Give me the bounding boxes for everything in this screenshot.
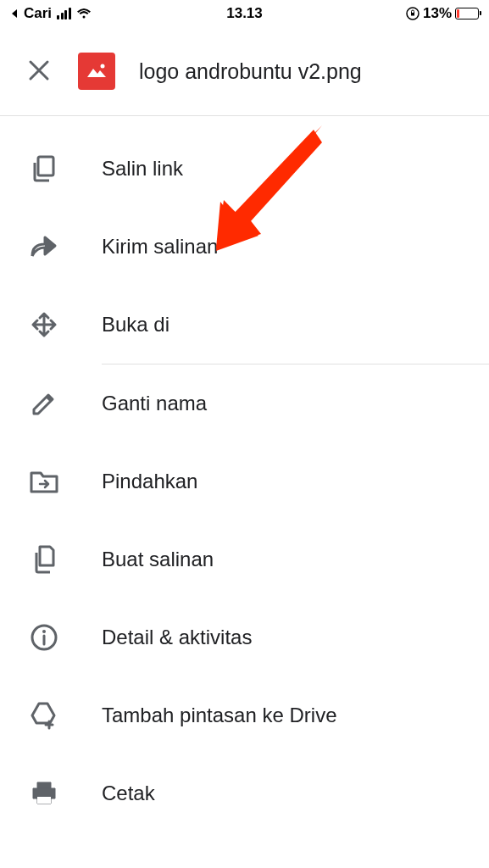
back-chevron-icon <box>10 8 19 19</box>
open-in-icon <box>29 309 59 340</box>
details-label: Detail & aktivitas <box>102 626 252 649</box>
lock-rotation-icon <box>406 7 420 20</box>
menu-list: Salin link Kirim salinan Buka di Ganti n… <box>0 116 489 832</box>
send-copy-label: Kirim salinan <box>102 235 218 259</box>
copy-link-icon <box>29 153 59 184</box>
open-in-label: Buka di <box>102 313 169 337</box>
status-bar: Cari 13.13 13% <box>0 0 489 27</box>
move[interactable]: Pindahkan <box>0 442 489 520</box>
print-icon <box>29 778 59 809</box>
send-copy[interactable]: Kirim salinan <box>0 208 489 286</box>
time-label: 13.13 <box>226 5 263 22</box>
wifi-icon <box>76 8 92 19</box>
header: logo androbuntu v2.png <box>0 27 489 116</box>
close-icon <box>27 58 51 82</box>
add-shortcut-icon <box>29 700 59 731</box>
battery-percent: 13% <box>423 5 452 22</box>
add-shortcut-label: Tambah pintasan ke Drive <box>102 704 336 727</box>
print[interactable]: Cetak <box>0 754 489 832</box>
close-button[interactable] <box>24 55 54 88</box>
svg-rect-1 <box>411 13 414 16</box>
print-label: Cetak <box>102 782 155 805</box>
svg-point-2 <box>101 64 105 69</box>
rename[interactable]: Ganti nama <box>0 364 489 442</box>
svg-point-5 <box>42 630 46 633</box>
add-shortcut[interactable]: Tambah pintasan ke Drive <box>0 676 489 754</box>
status-left: Cari <box>10 5 92 22</box>
open-in[interactable]: Buka di <box>0 286 489 364</box>
copy-link[interactable]: Salin link <box>0 130 489 208</box>
svg-rect-3 <box>38 157 53 175</box>
move-label: Pindahkan <box>102 470 197 493</box>
file-type-icon <box>78 53 115 90</box>
make-copy-icon <box>29 544 59 575</box>
battery-icon <box>455 8 479 19</box>
send-copy-icon <box>29 231 59 262</box>
details[interactable]: Detail & aktivitas <box>0 598 489 676</box>
status-right: 13% <box>406 5 479 22</box>
move-icon <box>29 466 59 497</box>
make-copy-label: Buat salinan <box>102 548 214 571</box>
rename-label: Ganti nama <box>102 392 207 415</box>
carrier-label: Cari <box>24 5 52 22</box>
details-icon <box>29 622 59 653</box>
signal-icon <box>57 8 71 19</box>
svg-rect-6 <box>37 797 51 804</box>
make-copy[interactable]: Buat salinan <box>0 520 489 598</box>
rename-icon <box>29 388 59 419</box>
copy-link-label: Salin link <box>102 157 183 181</box>
file-name: logo androbuntu v2.png <box>139 59 362 84</box>
